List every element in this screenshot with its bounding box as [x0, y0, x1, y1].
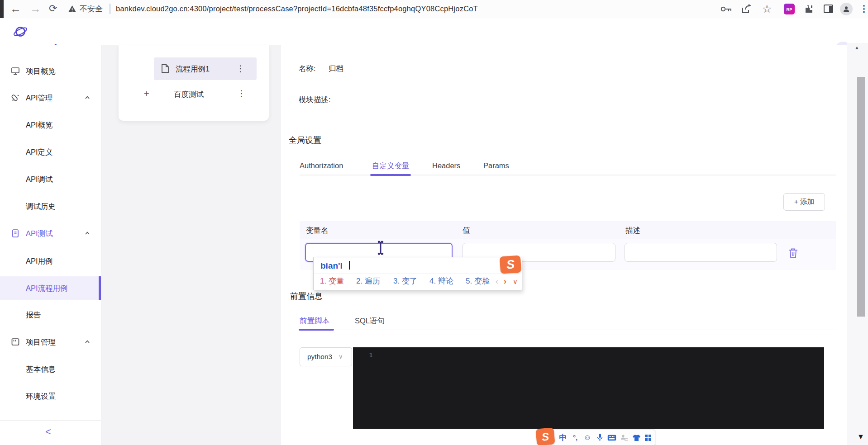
expand-plus-icon[interactable]: + — [144, 89, 149, 98]
kebab-menu-icon[interactable]: ⋮ — [236, 64, 245, 73]
scrollbar-thumb[interactable] — [857, 77, 865, 317]
trash-icon[interactable] — [788, 248, 798, 259]
ime-candidate-1[interactable]: 1. 变量 — [320, 277, 344, 285]
sidebar-item-api-overview[interactable]: API概览 — [0, 115, 101, 135]
selected-language: python3 — [307, 353, 332, 360]
ime-mode-chinese[interactable]: 中 — [557, 430, 569, 445]
browser-extension-icon[interactable]: RP — [784, 4, 795, 14]
sidebar-collapse-button[interactable]: < — [45, 427, 51, 437]
scroll-up-icon[interactable]: ▲ — [854, 45, 859, 50]
ime-page-prev-icon[interactable]: ‹ — [496, 277, 498, 285]
sogou-logo-icon[interactable]: S — [535, 427, 555, 445]
sidebar-item-api-debug[interactable]: API调试 — [0, 169, 101, 189]
url-separator: | — [109, 3, 111, 14]
sidebar-item-report[interactable]: 报告 — [0, 305, 101, 325]
browser-profile-icon[interactable] — [840, 3, 853, 15]
sidebar-nav: 项目概览 API管理 API概览 API定义 API调试 调试历史 API测试 — [0, 45, 101, 445]
sidebar-item-env-settings[interactable]: 环境设置 — [0, 386, 101, 406]
ime-page-next-icon[interactable]: › — [504, 277, 506, 285]
ibeam-cursor — [377, 241, 384, 255]
ime-candidate-4[interactable]: 4. 辩论 — [429, 277, 453, 285]
ime-composition: bian'l — [320, 261, 343, 270]
document-icon — [11, 229, 20, 238]
warning-icon — [68, 5, 76, 13]
pre-active-tab-underline — [299, 329, 334, 331]
app-window: ← → ⟳ 不安全 | bankdev.cloud2go.cn:4300/pro… — [0, 0, 868, 445]
sidebar-item-api-process-case[interactable]: API流程用例 — [0, 276, 101, 300]
pre-tab-bar-line — [300, 330, 836, 330]
sidebar-item-api-management[interactable]: API管理 — [0, 88, 101, 108]
browser-menu-icon[interactable]: ⋮ — [859, 4, 868, 13]
pre-info-title: 前置信息 — [290, 292, 323, 300]
ime-caret — [349, 261, 350, 270]
col-value: 值 — [463, 227, 470, 234]
case-tree-panel: 流程用例1 ⋮ + 百度测试 ⋮ — [119, 45, 269, 121]
ime-expand-icon[interactable]: ∨ — [513, 278, 518, 285]
tab-authorization[interactable]: Authorization — [300, 162, 343, 170]
sidebar-item-api-test[interactable]: API测试 — [0, 223, 101, 243]
sidebar-item-project-overview[interactable]: 项目概览 — [0, 61, 101, 81]
sidebar-item-debug-history[interactable]: 调试历史 — [0, 196, 101, 216]
variables-table-header — [300, 221, 836, 239]
sidebar-item-project-management[interactable]: 项目管理 — [0, 332, 101, 352]
tab-headers[interactable]: Headers — [432, 162, 460, 170]
sidebar-item-label: API调试 — [26, 175, 53, 183]
sidebar-item-label: API测试 — [26, 230, 53, 237]
address-bar-url[interactable]: bankdev.cloud2go.cn:4300/project/test/pr… — [116, 5, 478, 13]
scroll-down-icon[interactable]: ▼ — [857, 433, 864, 440]
ime-emoji-icon[interactable]: ☺ — [582, 430, 593, 445]
screen-edge — [0, 0, 4, 18]
tree-item-process-case[interactable]: 流程用例1 ⋮ — [154, 57, 257, 80]
tab-pre-script[interactable]: 前置脚本 — [300, 317, 329, 325]
add-variable-button[interactable]: + 添加 — [783, 193, 825, 211]
ime-skin-icon[interactable] — [630, 430, 642, 445]
sidebar-item-label: API用例 — [26, 257, 53, 265]
ime-handwriting-icon-disabled[interactable] — [618, 430, 630, 445]
sidebar-divider — [0, 420, 101, 421]
ime-candidate-window: bian'l S 1. 变量 2. 遍历 3. 变了 4. 辩论 5. 变脸 ‹… — [313, 257, 522, 290]
chevron-up-icon — [84, 95, 91, 101]
active-tab-underline — [370, 174, 411, 176]
sidebar-item-label: 报告 — [26, 311, 41, 319]
bookmark-star-icon[interactable]: ☆ — [762, 4, 772, 14]
ime-voice-icon[interactable] — [594, 430, 606, 445]
ime-candidate-2[interactable]: 2. 遍历 — [356, 277, 380, 285]
module-desc-label: 模块描述: — [299, 96, 331, 104]
sogou-logo-icon: S — [500, 255, 522, 274]
sidebar-item-label: 环境设置 — [26, 393, 56, 400]
ime-keyboard-icon[interactable] — [606, 430, 618, 445]
ime-divider — [314, 274, 522, 274]
page-scrollbar[interactable]: ▲ ▼ — [847, 43, 868, 445]
key-icon[interactable] — [720, 6, 732, 12]
kebab-menu-icon[interactable]: ⋮ — [237, 89, 246, 98]
tab-custom-variables[interactable]: 自定义变量 — [372, 162, 410, 170]
tab-sql[interactable]: SQL语句 — [355, 317, 385, 325]
side-panel-icon[interactable] — [824, 5, 833, 13]
ime-toolbox-icon[interactable] — [642, 430, 654, 445]
refresh-icon[interactable]: ⟳ — [49, 4, 57, 14]
name-value: 归档 — [329, 65, 343, 72]
ime-candidate-3[interactable]: 3. 变了 — [393, 277, 417, 285]
tab-params[interactable]: Params — [483, 162, 509, 170]
api-icon — [11, 93, 20, 102]
ime-candidate-5[interactable]: 5. 变脸 — [466, 277, 490, 285]
extensions-puzzle-icon[interactable] — [804, 4, 814, 14]
script-language-select[interactable]: python3 ∨ — [300, 347, 352, 366]
col-description: 描述 — [625, 227, 640, 234]
variable-desc-input[interactable] — [625, 243, 777, 262]
browser-toolbar: ← → ⟳ 不安全 | bankdev.cloud2go.cn:4300/pro… — [0, 0, 868, 19]
code-editor[interactable]: 1 — [353, 347, 824, 429]
sidebar-item-api-definition[interactable]: API定义 — [0, 142, 101, 162]
tree-item-label: 流程用例1 — [176, 65, 210, 73]
sidebar-item-label: 项目管理 — [26, 338, 56, 346]
ime-punctuation-icon[interactable]: °, — [569, 430, 581, 445]
share-icon[interactable] — [741, 4, 752, 14]
tree-item-baidu-test[interactable]: + 百度测试 ⋮ — [137, 83, 263, 104]
chevron-down-icon: ∨ — [339, 354, 343, 360]
sidebar-item-label: API定义 — [26, 148, 53, 156]
forward-icon[interactable]: → — [30, 3, 41, 14]
sidebar-item-basic-info[interactable]: 基本信息 — [0, 359, 101, 379]
sidebar-item-api-case[interactable]: API用例 — [0, 251, 101, 271]
back-icon[interactable]: ← — [10, 3, 21, 14]
file-icon — [161, 64, 169, 73]
